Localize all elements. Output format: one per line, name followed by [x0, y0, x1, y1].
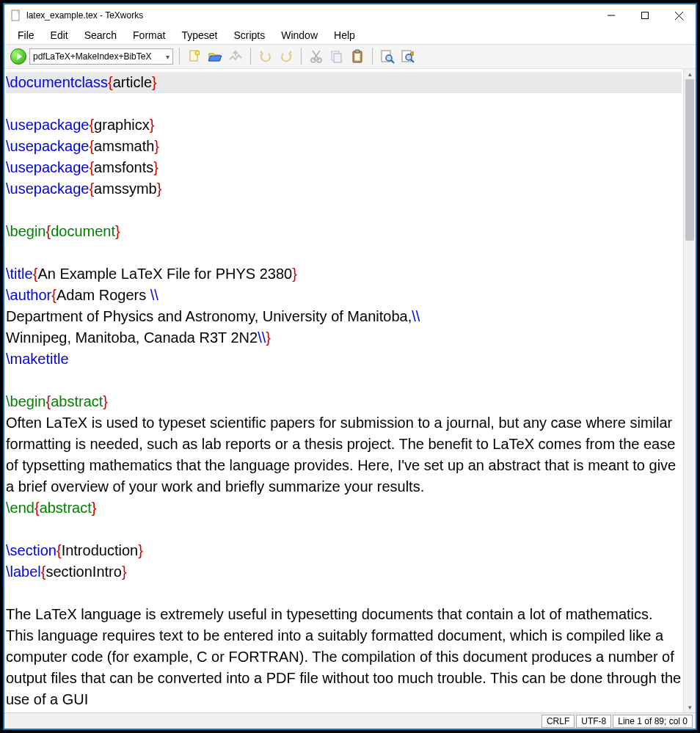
svg-rect-14	[354, 53, 360, 61]
undo-icon[interactable]	[257, 48, 274, 65]
save-file-icon[interactable]	[227, 48, 244, 65]
close-button[interactable]	[662, 4, 696, 26]
maximize-button[interactable]	[628, 4, 662, 26]
menu-item-edit[interactable]: Edit	[43, 28, 76, 43]
menu-item-typeset[interactable]: Typeset	[174, 28, 225, 43]
window-title: latex_example.tex - TeXworks	[26, 10, 143, 21]
toolbar-separator	[301, 48, 302, 65]
toolbar-separator	[179, 48, 180, 65]
menu-item-format[interactable]: Format	[125, 28, 172, 43]
text-editor[interactable]: \documentclass{article} \usepackage{grap…	[4, 69, 683, 712]
find-icon[interactable]	[379, 48, 396, 65]
svg-rect-15	[355, 50, 360, 53]
scroll-up-arrow[interactable]: ▴	[684, 69, 696, 79]
menu-item-file[interactable]: File	[10, 28, 42, 43]
toolbar-separator	[372, 48, 373, 65]
menu-item-window[interactable]: Window	[274, 28, 325, 43]
minimize-button[interactable]	[594, 4, 628, 26]
menubar: FileEditSearchFormatTypesetScriptsWindow…	[4, 26, 696, 44]
statusbar: CRLF UTF-8 Line 1 of 89; col 0	[4, 712, 696, 729]
titlebar: latex_example.tex - TeXworks	[4, 4, 696, 26]
svg-rect-2	[642, 12, 649, 19]
engine-select[interactable]: pdfLaTeX+MakeIndex+BibTeX	[29, 48, 173, 65]
status-position[interactable]: Line 1 of 89; col 0	[613, 715, 693, 728]
copy-icon[interactable]	[328, 48, 346, 65]
editor-area: \documentclass{article} \usepackage{grap…	[4, 69, 696, 712]
scroll-thumb[interactable]	[685, 79, 694, 241]
vertical-scrollbar[interactable]: ▴ ▾	[683, 69, 696, 712]
svg-line-9	[313, 51, 320, 60]
status-eol[interactable]: CRLF	[542, 715, 575, 728]
toolbar-separator	[250, 48, 251, 65]
svg-point-20	[406, 54, 412, 60]
menu-item-search[interactable]: Search	[77, 28, 124, 43]
new-file-icon[interactable]	[186, 48, 203, 65]
cut-icon[interactable]	[307, 48, 325, 65]
svg-line-10	[313, 51, 319, 60]
svg-point-6	[195, 51, 200, 55]
svg-line-21	[411, 59, 414, 62]
replace-icon[interactable]	[399, 48, 417, 65]
engine-select-value: pdfLaTeX+MakeIndex+BibTeX	[33, 51, 151, 62]
paste-icon[interactable]	[349, 48, 366, 65]
typeset-button[interactable]	[10, 48, 26, 65]
window-controls	[594, 4, 696, 26]
toolbar: pdfLaTeX+MakeIndex+BibTeX	[4, 44, 696, 69]
app-icon	[10, 10, 22, 21]
svg-rect-12	[334, 54, 341, 62]
open-file-icon[interactable]	[206, 48, 224, 65]
menu-item-scripts[interactable]: Scripts	[226, 28, 272, 43]
svg-point-17	[386, 55, 392, 61]
redo-icon[interactable]	[277, 48, 295, 65]
svg-line-18	[391, 60, 394, 63]
status-encoding[interactable]: UTF-8	[576, 715, 611, 728]
scroll-down-arrow[interactable]: ▾	[684, 702, 696, 712]
app-window: latex_example.tex - TeXworks FileEditSea…	[3, 3, 697, 730]
menu-item-help[interactable]: Help	[327, 28, 362, 43]
